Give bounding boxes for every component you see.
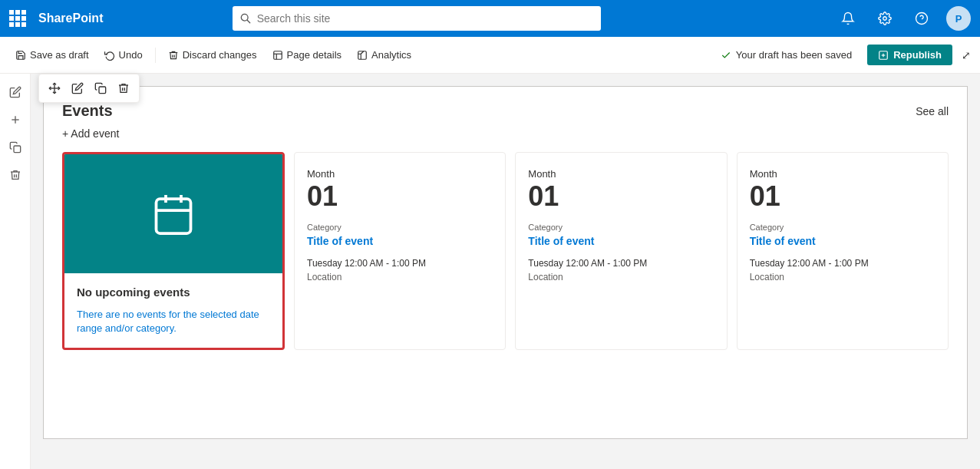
event-day-3: 01 <box>750 183 935 210</box>
event-location-3: Location <box>750 272 935 282</box>
event-month-1: Month <box>307 168 493 180</box>
event-card-3[interactable]: Month 01 Category Title of event Tuesday… <box>737 152 949 350</box>
svg-rect-14 <box>99 87 106 94</box>
help-icon[interactable] <box>909 6 934 31</box>
expand-icon[interactable]: ⤢ <box>962 49 971 61</box>
page-details-icon <box>272 50 283 61</box>
card-body: No upcoming events There are no events f… <box>64 273 282 348</box>
event-day-2: 01 <box>528 183 714 210</box>
undo-icon <box>104 50 115 61</box>
nav-right-icons: P <box>836 6 971 31</box>
discard-changes-button[interactable]: Discard changes <box>162 46 263 64</box>
analytics-button[interactable]: Analytics <box>351 46 417 64</box>
avatar[interactable]: P <box>946 6 971 31</box>
settings-icon[interactable] <box>873 6 897 31</box>
main-content: Events See all + Add event <box>31 74 980 469</box>
event-month-3: Month <box>750 168 935 180</box>
undo-button[interactable]: Undo <box>98 46 149 64</box>
discard-icon <box>168 50 179 61</box>
delete-button[interactable] <box>113 78 134 99</box>
draft-saved-status: Your draft has been saved <box>721 49 852 61</box>
event-name-2: Title of event <box>528 235 714 247</box>
toolbar-separator-1 <box>155 48 156 63</box>
svg-rect-5 <box>273 51 282 59</box>
notifications-icon[interactable] <box>836 6 860 31</box>
waffle-icon[interactable] <box>9 10 26 27</box>
checkmark-icon <box>721 50 731 61</box>
event-location-1: Location <box>307 272 493 282</box>
event-name-1: Title of event <box>307 235 493 247</box>
republish-button[interactable]: Republish <box>867 45 952 65</box>
sidebar-duplicate-icon[interactable] <box>3 135 28 160</box>
event-category-3: Category <box>750 223 935 232</box>
top-nav: SharePoint P <box>0 0 980 37</box>
page-toolbar: Save as draft Undo Discard changes Page … <box>0 37 980 74</box>
svg-point-3 <box>916 13 927 25</box>
event-category-1: Category <box>307 223 493 232</box>
events-title: Events <box>62 102 113 120</box>
event-time-3: Tuesday 12:00 AM - 1:00 PM <box>750 258 935 269</box>
brand-name: SharePoint <box>38 12 103 25</box>
no-events-title: No upcoming events <box>77 286 270 299</box>
see-all-link[interactable]: See all <box>916 105 949 117</box>
svg-rect-17 <box>14 146 21 153</box>
add-event-button[interactable]: + Add event <box>62 127 949 140</box>
sidebar-add-icon[interactable] <box>3 107 28 132</box>
search-bar[interactable] <box>233 6 601 31</box>
event-time-2: Tuesday 12:00 AM - 1:00 PM <box>528 258 714 269</box>
republish-icon <box>878 50 889 61</box>
body-layout: Events See all + Add event <box>0 74 980 469</box>
edit-button[interactable] <box>67 78 88 99</box>
save-icon <box>15 50 26 61</box>
sidebar-delete-icon[interactable] <box>3 163 28 187</box>
svg-rect-18 <box>157 199 191 233</box>
event-name-3: Title of event <box>750 235 935 247</box>
events-grid: No upcoming events There are no events f… <box>62 152 949 350</box>
event-time-1: Tuesday 12:00 AM - 1:00 PM <box>307 258 493 269</box>
event-card-1[interactable]: Month 01 Category Title of event Tuesday… <box>294 152 506 350</box>
card-image-area <box>64 154 282 273</box>
search-input[interactable] <box>257 12 593 25</box>
event-category-2: Category <box>528 223 714 232</box>
content-canvas: Events See all + Add event <box>43 86 968 439</box>
featured-event-card[interactable]: No upcoming events There are no events f… <box>62 152 285 350</box>
floating-toolbar <box>38 74 140 103</box>
calendar-icon <box>150 191 196 237</box>
no-events-desc: There are no events for the selected dat… <box>77 308 270 335</box>
event-month-2: Month <box>528 168 714 180</box>
analytics-icon <box>357 50 368 61</box>
save-as-draft-button[interactable]: Save as draft <box>9 46 95 64</box>
duplicate-button[interactable] <box>90 78 111 99</box>
move-button[interactable] <box>44 78 65 99</box>
page-details-button[interactable]: Page details <box>266 46 348 64</box>
sidebar-edit-icon[interactable] <box>3 80 28 104</box>
svg-line-1 <box>247 20 250 23</box>
events-header: Events See all <box>62 102 949 120</box>
event-card-2[interactable]: Month 01 Category Title of event Tuesday… <box>515 152 727 350</box>
search-icon <box>240 13 251 24</box>
left-sidebar <box>0 74 31 469</box>
event-location-2: Location <box>528 272 714 282</box>
svg-point-2 <box>883 17 887 21</box>
event-day-1: 01 <box>307 183 493 210</box>
